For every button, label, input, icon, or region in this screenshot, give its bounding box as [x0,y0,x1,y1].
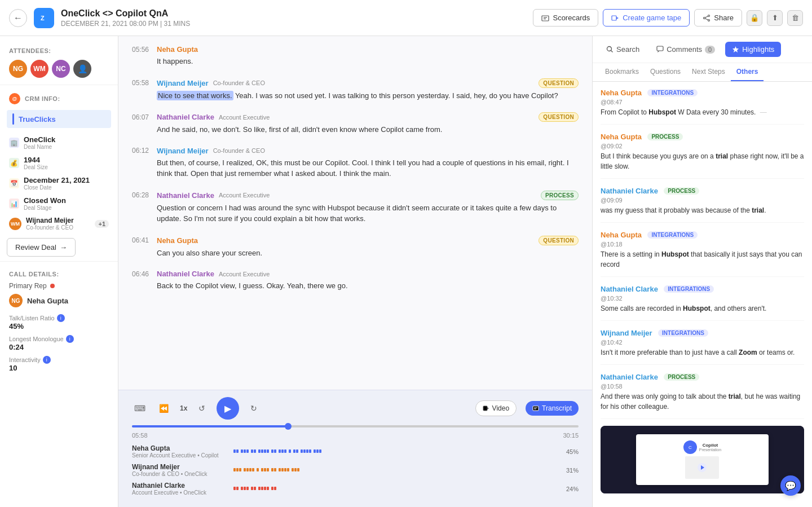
avatar-extra[interactable]: 👤 [73,60,91,78]
play-button[interactable]: ▶ [217,397,239,420]
create-game-tape-button[interactable]: Create game tape [603,9,690,27]
transcript-button[interactable]: Transcript [526,401,579,416]
speaker-pct: 45% [562,448,579,455]
msg-time: 05:58 [132,79,152,87]
rep-name-row: NG Neha Gupta [0,292,118,312]
header-info: OneClick <> Copilot QnA DECEMBER 21, 202… [61,8,533,28]
highlight-card: Nathaniel Clarke PROCESS @09:09 was my g… [601,186,804,223]
speaker-pct: 31% [562,467,579,474]
msg-role: Co-founder & CEO [213,147,265,154]
trash-icon[interactable]: 🗑 [787,10,803,26]
svg-line-11 [705,18,708,20]
highlight-card: Nathaniel Clarke INTEGRATIONS @10:32 Som… [601,284,804,321]
call-details-section: CALL DETAILS: Primary Rep NG Neha Gupta … [0,261,118,374]
rewind-button[interactable]: ↺ [196,402,208,415]
zoom-icon: Z [34,8,54,28]
crm-primary-contact: WM Wijnand Meijer Co-founder & CEO +1 [0,214,118,233]
total-time: 30:15 [563,432,579,439]
deal-name-label: Deal Name [24,144,109,150]
bookmarks-sub-tab[interactable]: Bookmarks [599,63,645,81]
hc-speaker: Nathaniel Clarke [601,187,658,195]
questions-sub-tab[interactable]: Questions [645,63,686,81]
hc-speaker: Neha Gupta [601,89,642,97]
next-steps-sub-tab[interactable]: Next Steps [686,63,731,81]
primary-rep-label: Primary Rep [9,282,47,290]
msg-time: 06:12 [132,147,152,155]
message-block: 06:41 Neha Gupta QUESTION Can you also s… [132,236,579,259]
highlight-card: Nathaniel Clarke PROCESS @10:58 And ther… [601,372,804,419]
header-meta: DECEMBER 21, 2021 08:00 PM | 31 MINS [61,20,533,28]
svg-marker-6 [616,17,619,19]
msg-time: 05:56 [132,46,152,54]
message-block: 06:12 Wijnand Meijer Co-founder & CEO Bu… [132,147,579,179]
plus-badge: +1 [95,220,109,228]
comments-count: 0 [705,46,715,54]
svg-point-9 [708,19,710,21]
hc-tag: INTEGRATIONS [658,329,708,337]
speaker-role: Account Executive • OneClick [132,490,228,496]
crm-deal-stage: 📊 Closed Won Deal Stage [0,193,118,214]
video-button[interactable]: Video [475,400,517,416]
player-section: ⌨ ⏪ 1x ↺ ▶ ↻ Video Transcript [118,390,592,507]
longest-mono-info[interactable]: i [66,335,74,343]
crm-deal-name: 🏢 OneClick Deal Name [0,133,118,153]
others-sub-tab[interactable]: Others [731,63,764,81]
msg-text: Back to the Copilot view, I guess. Okay.… [157,280,579,292]
scorecards-button[interactable]: Scorecards [533,9,598,27]
preview-thumbnail[interactable]: C Copilot Presentation [601,426,804,493]
svg-line-10 [705,16,708,17]
hc-speaker: Neha Gupta [601,231,642,239]
deal-size-value: 1944 [24,156,109,164]
deal-size-icon: 💰 [9,158,19,168]
review-deal-button[interactable]: Review Deal → [7,238,76,257]
primary-rep-row: Primary Rep [0,280,118,292]
contact-name: Wijnand Meijer [26,217,90,224]
time-labels: 05:58 30:15 [132,432,579,439]
chat-bubble-button[interactable]: 💬 [780,475,801,496]
share-button[interactable]: Share [694,9,742,27]
avatar-neha[interactable]: NG [9,60,27,78]
speaker-role: Senior Account Executive • Copilot [132,452,228,458]
interactivity-info[interactable]: i [43,356,51,364]
speaker-name: Nathaniel Clarke [132,482,228,490]
msg-speaker: Nathaniel Clarke [157,113,214,121]
hc-time: @10:18 [601,241,804,248]
talk-listen-info[interactable]: i [57,314,65,322]
crm-section: @ CRM INFO: TrueClicks 🏢 OneClick Deal N… [0,85,118,257]
svg-marker-13 [487,407,489,409]
fast-forward-button[interactable]: ↻ [248,402,259,415]
msg-role: Account Executive [219,192,270,199]
msg-text: And he said, no, we don't. So like, firs… [157,124,579,135]
comments-tab-button[interactable]: Comments 0 [650,42,722,57]
rep-avatar: NG [9,294,23,307]
back-button[interactable]: ← [9,9,27,27]
svg-point-17 [607,47,612,51]
header-title: OneClick <> Copilot QnA [61,8,533,19]
msg-speaker: Nathaniel Clarke [157,270,214,278]
skip-back-button[interactable]: ⏪ [157,402,171,415]
speaker-name: Neha Gupta [132,444,228,452]
hc-time: @09:02 [601,143,804,149]
upload-icon[interactable]: ⬆ [767,10,783,26]
hc-time: @09:09 [601,197,804,204]
avatar-nathaniel[interactable]: NC [52,60,70,78]
search-tab-button[interactable]: Search [599,42,646,57]
right-panel: Search Comments 0 Highlights Bookmarks Q… [592,36,812,507]
trueclicks-bar[interactable]: TrueClicks [7,110,111,128]
highlights-tab-button[interactable]: Highlights [725,42,781,57]
highlight-card: Neha Gupta INTEGRATIONS @08:47 From Copi… [601,87,804,125]
crm-label: CRM INFO: [25,95,60,102]
lock-icon[interactable]: 🔒 [747,10,762,26]
call-details-label: CALL DETAILS: [0,266,118,280]
speed-button[interactable]: 1x [180,404,187,412]
progress-bar[interactable] [132,425,579,427]
contact-role: Co-founder & CEO [26,224,90,231]
keyboard-icon-button[interactable]: ⌨ [132,402,148,415]
msg-tag: PROCESS [541,191,579,200]
sidebar: ATTENDEES: NG WM NC 👤 @ CRM INFO: TrueCl… [0,36,118,507]
msg-tag: QUESTION [539,78,579,88]
avatar-wijnand[interactable]: WM [30,60,48,78]
highlight-span: Nice to see that works. [157,91,233,100]
close-date-icon: 📅 [9,178,19,188]
msg-role: Account Executive [219,114,270,121]
